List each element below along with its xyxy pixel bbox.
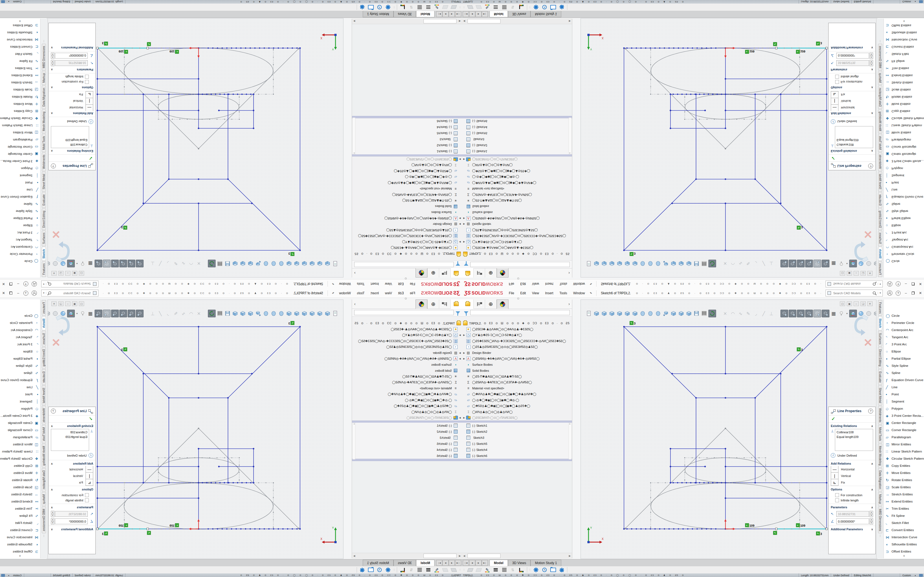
scroll-right-icon[interactable]: ▶ — [568, 554, 572, 557]
command-move-entities[interactable]: ✛Move Entities — [0, 101, 40, 108]
command-rotate-entities[interactable]: ↻Rotate Entities — [0, 93, 40, 101]
command-3-point-center-recta-[interactable]: ◈3 Point Center Recta... — [884, 412, 924, 419]
section-parameters[interactable]: Parameters∧ — [829, 504, 876, 510]
command-center-rectangle[interactable]: ▣Center Rectangle — [0, 419, 40, 426]
command-circular-sketch-pattern[interactable]: ❖Circular Sketch Pattern — [884, 115, 924, 122]
tab-motion-study-1[interactable]: Motion Study 1 — [363, 560, 394, 566]
collapse-icon[interactable]: ∧ — [51, 68, 53, 71]
scroll-thumb[interactable] — [423, 19, 457, 23]
menu-tools[interactable]: Tools — [354, 291, 368, 295]
sheet-icon[interactable] — [467, 567, 473, 572]
tree-item-plane[interactable]: ▱◯✚ИΛ◎♟✚◯✱◉[◯⊙◯]◉✱◯✚♟◎ΛИ✚◯ — [352, 180, 462, 186]
command-extend-entities[interactable]: ↦Extend Entities — [0, 498, 40, 505]
tab-features[interactable]: Features — [42, 300, 46, 316]
command-spline[interactable]: ∿Spline — [0, 201, 40, 208]
help-icon[interactable]: ? — [896, 282, 901, 287]
add-vertical-button[interactable]: ❘Vertical — [831, 472, 873, 479]
tab-configurationmanager[interactable] — [415, 268, 427, 277]
menu-tools[interactable]: Tools — [556, 291, 570, 295]
checkbox-icon[interactable] — [85, 80, 89, 84]
command-linear-sketch-pattern[interactable]: ∷Linear Sketch Pattern — [0, 448, 40, 455]
pm-ok-button[interactable]: ✓ — [48, 416, 93, 422]
angle-value-field[interactable]: 0.00000000° — [55, 519, 88, 524]
menu-tools[interactable]: Tools — [354, 282, 368, 286]
tree-item-solid[interactable]: Solid Bodies — [462, 204, 572, 210]
command-linear-sketch-pattern[interactable]: ∷Linear Sketch Pattern — [884, 122, 924, 129]
tab-mesh-modeling[interactable]: Mesh Modeling — [878, 444, 882, 467]
tab-feature-tree[interactable] — [439, 268, 451, 277]
checkbox-icon[interactable] — [835, 498, 839, 502]
tab-data-migration[interactable]: Data Migration — [42, 86, 46, 109]
command-tangent-arc[interactable]: ◝Tangent Arc — [0, 236, 40, 243]
tab-surfaces[interactable]: Surfaces — [42, 331, 46, 347]
tab-model[interactable]: Model — [489, 560, 508, 566]
tree-vertical-scrollbar[interactable] — [352, 422, 355, 459]
scroll-left-icon[interactable]: ◀ — [457, 554, 462, 557]
search-box[interactable]: ▼ — [41, 280, 99, 287]
tab-overflow-dots[interactable]: ⋮ — [43, 40, 45, 43]
tree-item-surface[interactable]: ◗Surface Bodies — [462, 362, 572, 368]
tab-mold-tools[interactable]: Mold Tools — [878, 425, 882, 443]
results-folder-icon[interactable] — [550, 567, 556, 572]
status-units[interactable]: Custom▴ — [6, 0, 24, 3]
command-offset-entities[interactable]: ⊐Offset Entities — [884, 22, 924, 29]
pm-help-icon[interactable]: ? — [51, 409, 56, 414]
scroll-left-icon[interactable]: ◀ — [462, 554, 467, 557]
help-icon[interactable]: ? — [23, 291, 28, 296]
tab-sketch[interactable]: Sketch — [878, 247, 882, 261]
tree-item-part[interactable]: TЯPDL2.⊙ Ɛ3 ⊙ Ш ⊙ ⊙ ⊙ ✚ ⊙ ƆƆ ⊙ Ɛ3 ⊙ ∙ ⊙ … — [462, 251, 572, 257]
tree-item-origin[interactable]: ⌶◯ИΛ◎♟◎◯⊙◯◎♟◎ΛИ◯ — [352, 162, 462, 168]
expand-arrow-icon[interactable]: ▶ — [458, 217, 462, 219]
command-centerpoint-arc[interactable]: ◠Centerpoint Arc — [0, 243, 40, 251]
panel-collapse-dot[interactable] — [405, 277, 407, 279]
ink-ghost-icon[interactable]: ⇅ — [510, 5, 516, 10]
restore-button[interactable] — [912, 282, 915, 285]
close-button[interactable]: ✕ — [917, 291, 924, 295]
scroll-thumb[interactable] — [423, 554, 457, 558]
menu-file[interactable]: File — [407, 282, 418, 286]
command-style-spline[interactable]: ∿Style Spline — [0, 362, 40, 369]
solve-gear-icon[interactable] — [385, 5, 391, 10]
command-extend-entities[interactable]: ↦Extend Entities — [0, 72, 40, 79]
command-copy-entities[interactable]: ⊞Copy Entities — [884, 462, 924, 469]
expand-arrow-icon[interactable]: ▶ — [458, 417, 462, 419]
collapse-icon[interactable]: ∧ — [51, 424, 53, 427]
command-3-point-center-recta-[interactable]: ◈3 Point Center Recta... — [884, 158, 924, 165]
tab-features[interactable]: Features — [42, 261, 46, 277]
add-fix-button[interactable]: ⊾Fix — [831, 479, 873, 486]
login-user-icon[interactable] — [887, 281, 892, 287]
command-polygon[interactable]: ◇Polygon — [884, 405, 924, 412]
first-tab-icon[interactable]: ❘◀ — [463, 560, 469, 566]
tree-item-sketch[interactable]: (-)Sketch2 — [352, 142, 462, 148]
command-parallelogram[interactable]: ▱Parallelogram — [884, 136, 924, 143]
tree-item-gauge[interactable]: ◔◯Ƨ5♟◎Ƨ5ИƐ3Ƨ5◯◎⊙◎◯Ƨ5Ɛ3И5Ƨ◎♟5Ƨ◯ — [352, 344, 462, 350]
ink-pen-icon[interactable]: ✎ — [484, 567, 490, 572]
tab-features[interactable]: Features — [878, 261, 882, 277]
angle-spinner[interactable]: ▲▼ — [51, 518, 55, 524]
tree-item-plane[interactable]: ▱◯∙◎✚◯✱◉[◯⊙◯]◉✱◯✚◎∙◯ — [352, 174, 462, 180]
scroll-right-icon[interactable]: ▶ — [568, 20, 572, 23]
add-horizontal-button[interactable]: —Horizontal — [51, 105, 93, 111]
exit-sketch-icon[interactable] — [55, 315, 74, 335]
tab-features[interactable]: Features — [878, 300, 882, 316]
command-move-entities[interactable]: ✛Move Entities — [0, 469, 40, 476]
tab-direct-editing[interactable]: Direct Editing — [42, 347, 46, 369]
section-options[interactable]: Options∧ — [48, 486, 95, 492]
prev-tab-icon[interactable]: ◀ — [449, 11, 455, 17]
command-convert-entities[interactable]: ⊏Convert Entities — [0, 527, 40, 533]
tree-item-sketch[interactable]: Sketch3 — [462, 435, 572, 441]
search-dropdown-icon[interactable]: ▼ — [878, 292, 882, 294]
tree-vertical-scrollbar[interactable] — [352, 118, 355, 155]
tree-item-folderlock[interactable]: ▶◯Ƨ5Ɛ3ИΛΠ◦◯⊙◯◦ΠΛИƐ3Ƨ5◯ — [462, 156, 572, 163]
tree-item-material[interactable]: ≡Material <not specified> — [462, 385, 572, 392]
tab-data-migration[interactable]: Data Migration — [42, 468, 46, 491]
ink-pen-icon[interactable]: ✎ — [434, 5, 440, 10]
tree-item-material[interactable]: ≡Material <not specified> — [352, 385, 462, 392]
command-tangent-arc[interactable]: ◝Tangent Arc — [884, 236, 924, 243]
tree-item-history[interactable]: ▶◷◯Y♟◎✚Ƨ5◦Ɔ◯⊙◯Ɔ◦5Ƨ✚◎♟Y◯ — [462, 239, 572, 245]
tab-motion-study-1[interactable]: Motion Study 1 — [530, 11, 561, 17]
tree-item-sketch[interactable]: Sketch3 — [462, 136, 572, 142]
tree-item-history[interactable]: ▶◷◯Y♟◎✚Ƨ5◦Ɔ◯⊙◯Ɔ◦5Ƨ✚◎♟Y◯ — [352, 332, 462, 338]
collapse-icon[interactable]: ∧ — [871, 86, 873, 89]
tab-featuremanager-part[interactable] — [462, 300, 473, 309]
